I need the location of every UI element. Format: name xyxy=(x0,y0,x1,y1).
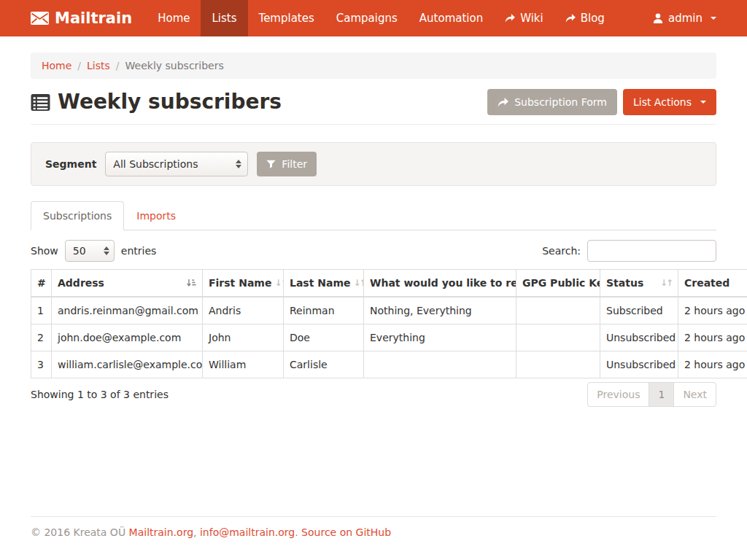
navbar: Mailtrain Home Lists Templates Campaigns… xyxy=(0,0,747,36)
search-input[interactable] xyxy=(587,240,716,262)
breadcrumb-lists[interactable]: Lists xyxy=(87,60,110,71)
table-cell: John xyxy=(203,324,284,351)
table-cell: john.doe@example.com xyxy=(52,324,203,351)
pagination-page-1[interactable]: 1 xyxy=(649,382,674,407)
nav-item-templates[interactable]: Templates xyxy=(248,0,325,36)
table-cell xyxy=(516,297,600,324)
user-name: admin xyxy=(668,12,703,25)
select-arrows-icon xyxy=(104,246,109,255)
column-header-read-preference: What would you like to read? xyxy=(364,270,516,298)
table-cell: 3 xyxy=(31,351,52,378)
page-title: Weekly subscribers xyxy=(31,88,282,117)
segment-select[interactable]: All Subscriptions xyxy=(105,152,248,176)
select-arrows-icon xyxy=(236,160,241,168)
breadcrumb-separator: / xyxy=(77,58,81,73)
column-header-first-name[interactable]: First Name ↓↑ xyxy=(203,270,284,298)
table-cell: Andris xyxy=(203,297,284,324)
sort-both-icon: ↓↑ xyxy=(274,276,283,290)
segment-label: Segment xyxy=(45,158,96,170)
table-cell: 2 hours ago xyxy=(678,297,747,324)
nav-item-home[interactable]: Home xyxy=(147,0,201,36)
user-menu[interactable]: admin xyxy=(653,0,716,36)
table-controls: Show 50 entries Search: xyxy=(31,240,716,262)
table-cell: Subscribed xyxy=(600,297,678,324)
table-cell: Carlisle xyxy=(284,351,364,378)
subscribers-table: # Address First Name ↓↑ xyxy=(31,269,747,378)
tab-imports[interactable]: Imports xyxy=(124,201,188,230)
table-cell: Doe xyxy=(284,324,364,351)
chevron-down-icon xyxy=(711,17,716,20)
table-cell: 2 xyxy=(31,324,52,351)
footer-link-github[interactable]: Source on GitHub xyxy=(301,526,391,538)
breadcrumb-separator: / xyxy=(116,58,120,73)
table-cell xyxy=(516,324,600,351)
pagination-next[interactable]: Next xyxy=(673,382,716,407)
column-header-last-name[interactable]: Last Name ↓↑ xyxy=(284,270,364,298)
nav-item-blog[interactable]: Blog xyxy=(554,0,616,36)
table-row[interactable]: 1 andris.reinman@gmail.com Andris Reinma… xyxy=(31,297,747,324)
table-cell: Unsubscribed xyxy=(600,324,678,351)
list-actions-button[interactable]: List Actions xyxy=(623,89,716,115)
results-info: Showing 1 to 3 of 3 entries xyxy=(31,389,169,400)
nav-item-automation[interactable]: Automation xyxy=(409,0,494,36)
column-header-address[interactable]: Address xyxy=(52,270,203,298)
share-arrow-icon xyxy=(498,98,508,107)
breadcrumb-current: Weekly subscribers xyxy=(125,58,224,73)
pagination: Previous 1 Next xyxy=(587,382,716,407)
footer-link-email[interactable]: info@mailtrain.org xyxy=(200,526,295,538)
table-cell: William xyxy=(203,351,284,378)
table-cell: Reinman xyxy=(284,297,364,324)
entries-label: entries xyxy=(121,245,157,257)
tab-bar: Subscriptions Imports xyxy=(31,201,716,230)
tab-subscriptions[interactable]: Subscriptions xyxy=(31,201,124,230)
list-alt-icon xyxy=(31,93,50,112)
table-cell: 2 hours ago xyxy=(678,324,747,351)
footer-link-mailtrain[interactable]: Mailtrain.org xyxy=(129,526,193,538)
nav-item-lists[interactable]: Lists xyxy=(201,0,247,36)
sort-ascending-icon xyxy=(187,279,196,287)
column-header-status[interactable]: Status ↓↑ xyxy=(600,270,678,298)
table-row[interactable]: 3 william.carlisle@example.com William C… xyxy=(31,351,747,378)
table-cell: Everything xyxy=(364,324,516,351)
envelope-logo-icon xyxy=(31,12,49,25)
table-row[interactable]: 2 john.doe@example.com John Doe Everythi… xyxy=(31,324,747,351)
table-cell: william.carlisle@example.com xyxy=(52,351,203,378)
show-label: Show xyxy=(31,245,58,257)
brand-link[interactable]: Mailtrain xyxy=(31,0,147,36)
nav-item-wiki[interactable]: Wiki xyxy=(494,0,554,36)
table-cell: 2 hours ago xyxy=(678,351,747,378)
search-label: Search: xyxy=(542,245,581,257)
table-cell: andris.reinman@gmail.com xyxy=(52,297,203,324)
nav-item-campaigns[interactable]: Campaigns xyxy=(325,0,409,36)
table-cell xyxy=(516,351,600,378)
sort-both-icon: ↓↑ xyxy=(354,276,364,290)
chevron-down-icon xyxy=(700,101,706,104)
breadcrumb-home[interactable]: Home xyxy=(42,60,71,71)
table-cell xyxy=(364,351,516,378)
pagination-previous[interactable]: Previous xyxy=(587,382,649,407)
page-length-select[interactable]: 50 xyxy=(65,240,115,262)
subscription-form-button[interactable]: Subscription Form xyxy=(487,89,617,115)
footer-separator: , xyxy=(193,526,200,538)
footer-copyright: © 2016 Kreata OÜ xyxy=(31,526,125,538)
footer: © 2016 Kreata OÜ Mailtrain.org, info@mai… xyxy=(31,516,716,538)
table-cell: Unsubscribed xyxy=(600,351,678,378)
funnel-icon xyxy=(266,160,276,169)
user-icon xyxy=(653,13,663,23)
column-header-gpg-key: GPG Public Key xyxy=(516,270,600,298)
external-link-icon xyxy=(565,14,576,23)
brand-label: Mailtrain xyxy=(55,9,132,27)
table-cell: 1 xyxy=(31,297,52,324)
footer-separator: . xyxy=(295,526,301,538)
column-header-created: Created xyxy=(678,270,747,298)
external-link-icon xyxy=(505,14,515,23)
column-header-index: # xyxy=(31,270,52,298)
breadcrumb: Home / Lists / Weekly subscribers xyxy=(31,52,716,79)
segment-panel: Segment All Subscriptions Filter xyxy=(31,142,716,186)
filter-button[interactable]: Filter xyxy=(257,152,317,176)
sort-both-icon: ↓↑ xyxy=(660,276,672,290)
page-header: Weekly subscribers Subscription Form Lis… xyxy=(31,88,716,125)
table-cell: Nothing, Everything xyxy=(364,297,516,324)
